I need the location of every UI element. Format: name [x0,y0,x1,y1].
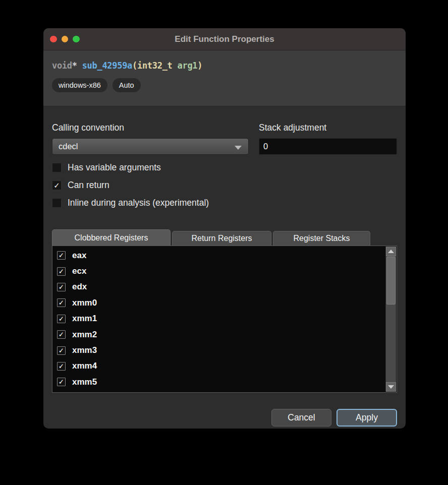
tab-label: Register Stacks [293,234,350,243]
function-name: sub_42959a [82,60,132,71]
option-row[interactable]: Has variable arguments [52,162,397,173]
register-row[interactable]: ecx [52,263,397,279]
option-label: Can return [68,180,109,191]
form-row: Calling convention cdecl Stack adjustmen… [52,123,397,155]
option-checkbox[interactable] [52,180,62,190]
dialog-body: Calling convention cdecl Stack adjustmen… [43,106,406,429]
register-row[interactable]: eax [52,248,397,263]
close-paren: ) [197,60,202,71]
stack-adjustment-label: Stack adjustment [259,123,397,134]
register-name: xmm0 [72,298,97,308]
register-name: xmm4 [72,361,97,371]
register-row[interactable]: xmm2 [52,327,397,342]
register-row[interactable]: xmm5 [52,374,397,390]
function-header: void*sub_42959a(int32_targ1) windows-x86… [43,50,406,106]
calling-convention-value: cdecl [59,142,78,151]
stack-adjustment-field: Stack adjustment [259,123,397,155]
apply-button[interactable]: Apply [337,409,397,427]
scroll-down-button[interactable] [386,382,396,392]
register-checkbox[interactable] [57,346,66,355]
register-name: xmm3 [72,345,97,355]
register-tabbar: Clobbered Registers Return Registers Reg… [52,229,397,246]
register-name: xmm5 [72,377,97,387]
function-signature: void*sub_42959a(int32_targ1) [52,60,397,71]
register-name: ecx [72,266,86,276]
option-list: Has variable arguments Can return Inline… [52,162,397,215]
option-row[interactable]: Can return [52,180,397,191]
dropdown-arrow-icon [235,146,242,150]
scroll-up-button[interactable] [386,247,396,256]
argument-name: arg1 [178,60,198,71]
option-row[interactable]: Inline during analysis (experimental) [52,198,397,208]
tab-label: Clobbered Registers [75,233,148,242]
register-name: edx [72,282,87,292]
register-checkbox[interactable] [57,298,66,307]
open-paren: ( [132,60,137,71]
option-label: Inline during analysis (experimental) [68,198,209,208]
register-list: eax ecx edx xmm0 xmm1 xmm2 xmm3 xmm4 xmm… [52,246,397,393]
register-name: xmm2 [72,330,97,340]
register-checkbox[interactable] [57,251,66,260]
register-tab[interactable]: Register Stacks [273,231,370,246]
register-name: eax [72,251,86,261]
scrollbar-thumb[interactable] [386,257,396,305]
triangle-up-icon [388,250,394,253]
option-label: Has variable arguments [68,162,161,173]
tag-badge: Auto [113,78,141,92]
register-checkbox[interactable] [57,315,66,323]
calling-convention-field: Calling convention cdecl [52,123,249,155]
register-checkbox[interactable] [57,267,66,276]
register-checkbox[interactable] [57,362,66,371]
register-checkbox[interactable] [57,283,66,291]
register-rows: eax ecx edx xmm0 xmm1 xmm2 xmm3 xmm4 xmm… [52,246,397,390]
return-type: void [52,60,72,71]
option-checkbox[interactable] [52,163,62,172]
window-title: Edit Function Properties [43,28,406,50]
cancel-button[interactable]: Cancel [271,409,331,427]
tab-label: Return Registers [191,234,252,243]
register-row[interactable]: edx [52,279,397,295]
register-checkbox[interactable] [57,330,66,339]
register-tab[interactable]: Clobbered Registers [52,229,171,246]
button-row: Cancel Apply [52,409,397,427]
register-checkbox[interactable] [57,378,66,386]
tag-list: windows-x86 Auto [52,78,397,92]
titlebar[interactable]: Edit Function Properties [43,28,406,50]
register-row[interactable]: xmm0 [52,295,397,311]
calling-convention-label: Calling convention [52,123,249,134]
argument-type: int32_t [137,60,173,71]
stack-adjustment-input[interactable] [259,138,397,155]
register-tab[interactable]: Return Registers [172,231,271,246]
pointer-token: * [72,60,77,71]
register-row[interactable]: xmm1 [52,311,397,327]
tag-badge: windows-x86 [52,78,107,92]
triangle-down-icon [388,385,394,389]
register-row[interactable]: xmm3 [52,342,397,358]
edit-function-properties-dialog: Edit Function Properties void*sub_42959a… [43,28,406,429]
calling-convention-select[interactable]: cdecl [52,138,249,155]
option-checkbox[interactable] [52,198,62,208]
register-row[interactable]: xmm4 [52,358,397,374]
scrollbar[interactable] [385,247,396,392]
register-name: xmm1 [72,314,97,324]
